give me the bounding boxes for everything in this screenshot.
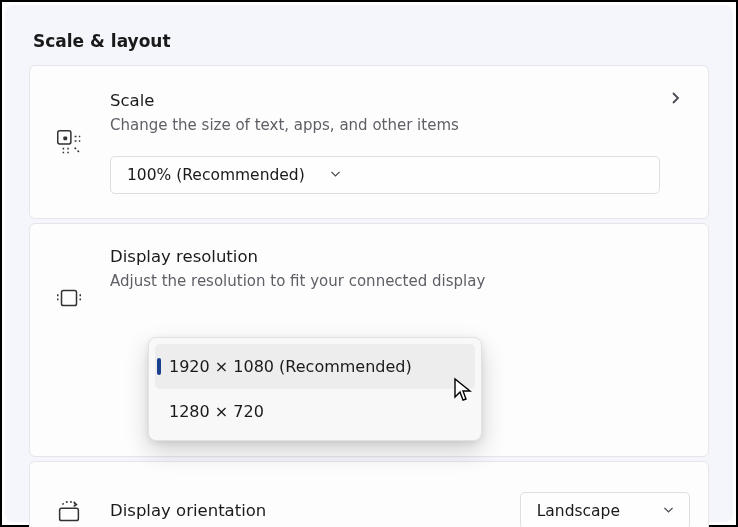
chevron-down-icon	[329, 167, 342, 183]
settings-window: Scale & layout Scale Change the size of …	[0, 0, 738, 527]
orientation-card[interactable]: Display orientation Landscape	[29, 461, 709, 527]
orientation-icon	[54, 494, 110, 527]
svg-rect-1	[63, 136, 67, 140]
scale-dropdown-value: 100% (Recommended)	[127, 166, 305, 184]
chevron-right-icon[interactable]	[660, 90, 690, 106]
resolution-flyout: 1920 × 1080 (Recommended) 1280 × 720	[148, 337, 482, 441]
orientation-dropdown-value: Landscape	[537, 502, 620, 520]
resolution-icon	[54, 246, 110, 346]
resolution-option-1280x720[interactable]: 1280 × 720	[155, 389, 475, 434]
scale-title: Scale	[110, 90, 660, 111]
settings-panel: Scale & layout Scale Change the size of …	[5, 5, 733, 522]
section-title: Scale & layout	[33, 31, 709, 51]
scale-icon	[54, 90, 110, 190]
resolution-title: Display resolution	[110, 246, 690, 267]
chevron-down-icon	[662, 503, 675, 519]
resolution-option-label: 1920 × 1080 (Recommended)	[169, 357, 412, 376]
resolution-option-label: 1280 × 720	[169, 402, 264, 421]
orientation-title: Display orientation	[110, 500, 520, 521]
svg-rect-3	[60, 508, 79, 520]
scale-dropdown[interactable]: 100% (Recommended)	[110, 156, 660, 194]
scale-card[interactable]: Scale Change the size of text, apps, and…	[29, 65, 709, 219]
scale-desc: Change the size of text, apps, and other…	[110, 115, 660, 135]
resolution-option-1920x1080[interactable]: 1920 × 1080 (Recommended)	[155, 344, 475, 389]
orientation-dropdown[interactable]: Landscape	[520, 492, 690, 527]
resolution-desc: Adjust the resolution to fit your connec…	[110, 271, 690, 291]
svg-rect-2	[62, 290, 77, 305]
